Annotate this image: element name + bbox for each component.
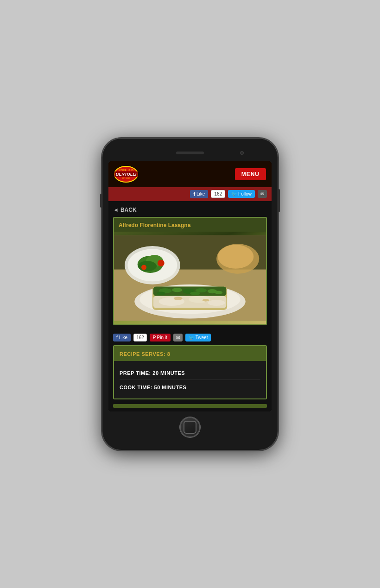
cook-time-label: COOK TIME: 50 MINUTES — [120, 385, 186, 390]
logo-name: BERTOLLI — [114, 171, 138, 177]
svg-point-9 — [141, 265, 146, 270]
email-action-button[interactable]: ✉ — [173, 334, 183, 341]
logo-shield: SINCE 1865 BERTOLLI EST. 1865 — [114, 166, 138, 183]
social-bar-top: f Like 162 🐦 Follow ✉ — [108, 187, 272, 201]
like-action-label: Like — [119, 335, 127, 340]
svg-point-19 — [172, 288, 182, 292]
home-button-inner — [184, 421, 196, 434]
phone-device: SINCE 1865 BERTOLLI EST. 1865 MENU f Lik… — [102, 138, 278, 450]
phone-camera — [240, 151, 244, 155]
recipe-card: Alfredo Florentine Lasagna — [113, 217, 267, 325]
recipe-time-block: PREP TIME: 20 MINUTES COOK TIME: 50 MINU… — [114, 361, 266, 398]
phone-speaker — [176, 152, 204, 154]
like-label: Like — [196, 191, 205, 196]
recipe-serves-bar: RECIPE SERVES: 8 — [114, 346, 266, 361]
logo-est: EST. 1865 — [114, 177, 138, 179]
volume-button — [100, 194, 102, 208]
svg-point-7 — [138, 261, 157, 271]
like-count-top: 162 — [211, 190, 225, 198]
svg-point-24 — [190, 291, 200, 295]
facebook-icon: f — [193, 191, 195, 197]
tweet-twitter-icon: 🐦 — [189, 335, 194, 340]
twitter-icon: 🐦 — [231, 191, 237, 196]
svg-point-23 — [157, 291, 165, 295]
svg-point-8 — [158, 259, 165, 266]
tweet-button[interactable]: 🐦 Tweet — [185, 334, 211, 341]
bertolli-logo: SINCE 1865 BERTOLLI EST. 1865 — [114, 166, 138, 183]
fb-icon-action: f — [116, 335, 118, 340]
phone-top-bar — [108, 146, 272, 159]
back-arrow-icon: ◄ — [113, 207, 119, 213]
app-header: SINCE 1865 BERTOLLI EST. 1865 MENU — [108, 161, 272, 187]
svg-point-31 — [203, 299, 209, 302]
email-button-top[interactable]: ✉ — [258, 190, 267, 198]
prep-time-row: PREP TIME: 20 MINUTES — [120, 366, 260, 380]
app-body: ◄ BACK Alfredo Florentine Lasagna — [108, 201, 272, 411]
recipe-footer-bar — [113, 404, 267, 408]
recipe-title-bar: Alfredo Florentine Lasagna — [114, 218, 266, 232]
svg-point-25 — [215, 291, 222, 294]
back-label: BACK — [120, 207, 137, 213]
facebook-like-button[interactable]: f Like — [190, 190, 208, 198]
phone-bottom — [108, 417, 272, 439]
facebook-like-action-button[interactable]: f Like — [113, 334, 131, 341]
recipe-info-card: RECIPE SERVES: 8 PREP TIME: 20 MINUTES C… — [113, 345, 267, 399]
follow-label: Follow — [238, 191, 252, 196]
social-action-bar: f Like 162 P Pin it ✉ 🐦 Tweet — [113, 330, 267, 345]
action-like-count: 162 — [133, 334, 147, 341]
menu-button[interactable]: MENU — [235, 168, 266, 180]
pin-label: Pin it — [157, 335, 167, 340]
svg-point-11 — [218, 245, 253, 269]
prep-time-label: PREP TIME: 20 MINUTES — [120, 370, 185, 376]
cook-time-row: COOK TIME: 50 MINUTES — [120, 380, 260, 394]
pinterest-button[interactable]: P Pin it — [150, 334, 171, 341]
svg-point-29 — [208, 299, 225, 305]
back-button[interactable]: ◄ BACK — [113, 205, 267, 217]
email-icon-action: ✉ — [176, 335, 180, 340]
recipe-svg — [114, 232, 266, 324]
power-button — [278, 189, 280, 212]
recipe-image — [114, 232, 266, 324]
twitter-follow-button[interactable]: 🐦 Follow — [228, 190, 255, 198]
recipe-serves-text: RECIPE SERVES: 8 — [120, 351, 170, 357]
tweet-label: Tweet — [196, 335, 208, 340]
pinterest-icon: P — [153, 335, 156, 340]
email-icon-top: ✉ — [260, 191, 264, 196]
svg-point-30 — [174, 297, 182, 300]
phone-screen: SINCE 1865 BERTOLLI EST. 1865 MENU f Lik… — [108, 161, 272, 411]
recipe-title: Alfredo Florentine Lasagna — [119, 222, 190, 228]
home-button[interactable] — [180, 417, 200, 437]
